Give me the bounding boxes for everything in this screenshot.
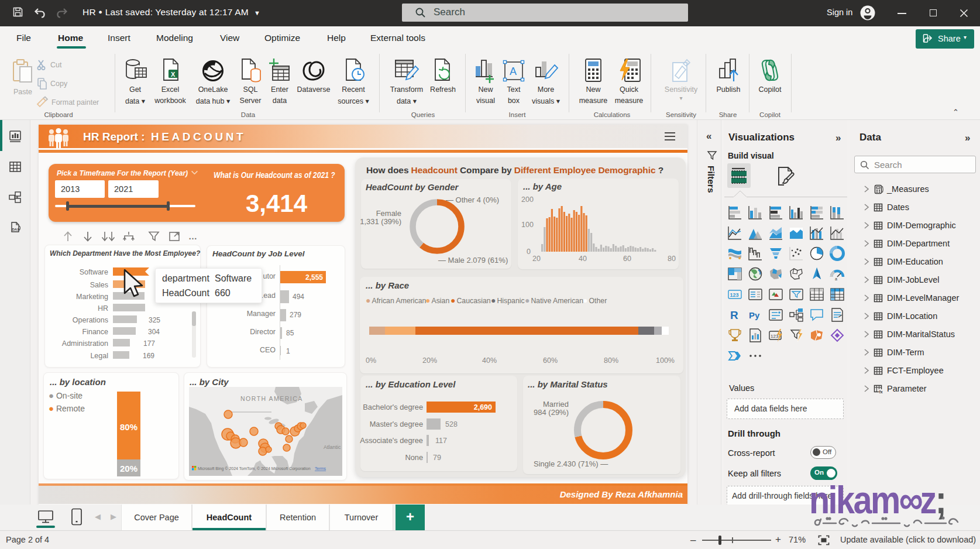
svg-text:R: R <box>730 309 738 321</box>
svg-text:Atlantic: Atlantic <box>324 444 341 450</box>
svg-text:fx: fx <box>879 390 883 394</box>
svg-text:NORTH AMERICA: NORTH AMERICA <box>240 395 303 402</box>
svg-text:a: a <box>835 277 837 281</box>
svg-text:A: A <box>510 66 517 77</box>
svg-text:Microsoft Bing © 2024 TomTom,: Microsoft Bing © 2024 TomTom, © 2024 Mic… <box>198 466 311 471</box>
svg-text:123: 123 <box>730 292 739 298</box>
svg-text:X: X <box>171 71 176 78</box>
svg-text:Py: Py <box>749 310 760 320</box>
svg-text:DAX: DAX <box>12 228 20 231</box>
svg-text:Terms: Terms <box>315 466 326 471</box>
